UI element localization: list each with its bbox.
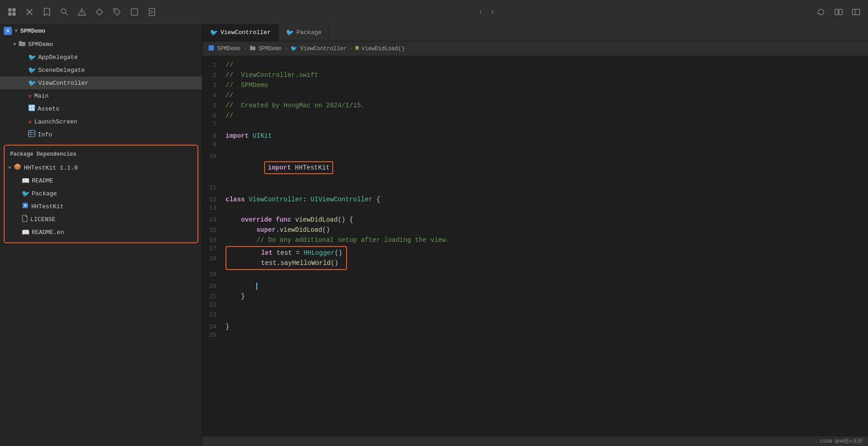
sidebar-item-spmdemo-folder[interactable]: ▼ SPMDemo bbox=[0, 38, 202, 51]
storyboard-icon: ✕ bbox=[28, 118, 32, 126]
assets-icon bbox=[28, 104, 35, 113]
code-line-8: 8 import UIKit bbox=[203, 131, 868, 141]
project-root[interactable]: S ▼ SPMDemo bbox=[0, 24, 202, 38]
svg-point-9 bbox=[81, 13, 82, 14]
sidebar-item-readme[interactable]: 📖 README bbox=[5, 174, 197, 187]
line-content: // Do any additional setup after loading… bbox=[226, 235, 450, 245]
sidebar-item-label: AppDelegate bbox=[38, 54, 78, 61]
sidebar-item-label: SPMDemo bbox=[28, 41, 53, 48]
folder-icon bbox=[18, 40, 26, 48]
tab-package[interactable]: 🐦 Package bbox=[278, 24, 330, 41]
line-number: 18 bbox=[203, 255, 226, 262]
storyboard-icon: ✕ bbox=[28, 92, 32, 100]
sidebar-toggle-icon[interactable] bbox=[850, 6, 862, 18]
code-line-6: 6 // bbox=[203, 111, 868, 121]
line-number: 10 bbox=[203, 153, 226, 160]
line-content: super.viewDidLoad() bbox=[226, 225, 330, 235]
sidebar-item-hhtestkit[interactable]: HHTestKit bbox=[5, 200, 197, 213]
sidebar-item-package[interactable]: 🐦 Package bbox=[5, 187, 197, 200]
plist-icon bbox=[28, 130, 35, 139]
line-content: override func viewDidLoad() { bbox=[226, 215, 353, 225]
close-icon[interactable] bbox=[23, 6, 36, 18]
svg-rect-16 bbox=[835, 9, 838, 15]
code-line-24: 24 } bbox=[203, 322, 868, 332]
line-number: 15 bbox=[203, 227, 226, 234]
sidebar-item-label: ViewController bbox=[38, 80, 88, 87]
line-number: 3 bbox=[203, 82, 226, 89]
tab-bar: 🐦 ViewController 🐦 Package bbox=[203, 24, 868, 41]
folder-chevron: ▼ bbox=[13, 42, 16, 47]
diamond-icon[interactable] bbox=[93, 6, 106, 18]
sidebar-item-license[interactable]: LICENSE bbox=[5, 213, 197, 226]
sidebar-item-viewcontroller[interactable]: 🐦 ViewController bbox=[0, 76, 202, 89]
sidebar-item-label: Main bbox=[34, 93, 48, 100]
pkg-chevron: ▼ bbox=[8, 165, 11, 170]
breadcrumb-sep: › bbox=[349, 46, 353, 52]
layout-icon[interactable] bbox=[832, 6, 845, 18]
line-number: 23 bbox=[203, 311, 226, 318]
code-line-19: 19 bbox=[203, 271, 868, 281]
warning-icon[interactable] bbox=[75, 6, 88, 18]
shape-icon[interactable] bbox=[128, 6, 141, 18]
refresh-icon[interactable] bbox=[815, 6, 827, 18]
bookmark-icon[interactable] bbox=[41, 6, 53, 18]
breadcrumb-method[interactable]: viewDidLoad() bbox=[361, 46, 405, 52]
breadcrumb-spmdemo[interactable]: SPMDemo bbox=[217, 46, 240, 52]
sidebar-item-appdelegate[interactable]: 🐦 AppDelegate bbox=[0, 51, 202, 64]
svg-rect-2 bbox=[8, 12, 12, 16]
code-line-21: 21 } bbox=[203, 291, 868, 301]
svg-rect-22 bbox=[32, 106, 34, 107]
line-number: 25 bbox=[203, 332, 226, 339]
sidebar-item-label: SceneDelegate bbox=[38, 67, 85, 74]
main-content: S ▼ SPMDemo ▼ SPMDemo 🐦 AppDelegate 🐦 bbox=[0, 24, 868, 446]
line-number: 2 bbox=[203, 72, 226, 79]
code-area[interactable]: 1 // 2 // ViewController.swift 3 // SPMD… bbox=[203, 56, 868, 436]
tag-icon[interactable] bbox=[110, 6, 123, 18]
line-content: test.sayHelloWorld() bbox=[230, 258, 338, 268]
code-line-5: 5 // Created by HongMac on 2024/1/15. bbox=[203, 100, 868, 111]
highlighted-code-block: 17 18 let test = HHLogger() test.sayHell… bbox=[203, 245, 868, 271]
sidebar-item-hhtestkit-root[interactable]: ▼ HHTestKit 1.1.0 bbox=[5, 161, 197, 174]
forward-button[interactable]: › bbox=[487, 6, 498, 18]
svg-rect-18 bbox=[852, 9, 860, 15]
document-icon[interactable] bbox=[145, 6, 158, 18]
sidebar-item-label: Info bbox=[38, 131, 52, 138]
breadcrumb-sep: › bbox=[284, 46, 288, 52]
sidebar-item-main[interactable]: ✕ Main bbox=[0, 89, 202, 102]
tab-viewcontroller[interactable]: 🐦 ViewController bbox=[203, 24, 278, 41]
method-breadcrumb-icon: M bbox=[355, 46, 359, 52]
code-line-12: 12 class ViewController: UIViewControlle… bbox=[203, 194, 868, 205]
nav-arrows: ‹ › bbox=[475, 6, 497, 18]
breadcrumb-viewcontroller[interactable]: ViewController bbox=[300, 46, 347, 52]
line-content: import UIKit bbox=[226, 131, 272, 141]
line-number: 1 bbox=[203, 62, 226, 69]
grid-icon[interactable] bbox=[6, 6, 18, 18]
text-cursor bbox=[256, 282, 257, 290]
toolbar: ‹ › bbox=[0, 0, 868, 24]
status-bar: CSDN @HH思∞无邪 bbox=[203, 436, 868, 446]
code-line-3: 3 // SPMDemo bbox=[203, 80, 868, 90]
line-content bbox=[226, 281, 257, 291]
line-content: // bbox=[226, 90, 233, 100]
line-number: 9 bbox=[203, 141, 226, 148]
swift-tab-icon: 🐦 bbox=[286, 29, 294, 36]
svg-point-10 bbox=[115, 10, 116, 11]
sidebar-item-info[interactable]: Info bbox=[0, 128, 202, 141]
breadcrumb-spmdemo2[interactable]: SPMDemo bbox=[259, 46, 282, 52]
code-line-2: 2 // ViewController.swift bbox=[203, 70, 868, 80]
sidebar-item-launchscreen[interactable]: ✕ LaunchScreen bbox=[0, 115, 202, 128]
sidebar-item-assets[interactable]: Assets bbox=[0, 102, 202, 115]
code-line-1: 1 // bbox=[203, 60, 868, 70]
sidebar-item-label: LaunchScreen bbox=[34, 118, 77, 125]
sidebar-item-label: Assets bbox=[38, 106, 59, 112]
search-icon[interactable] bbox=[58, 6, 71, 18]
sidebar-item-label: README bbox=[32, 177, 53, 184]
line-content: // ViewController.swift bbox=[226, 70, 318, 80]
sidebar-item-label: HHTestKit bbox=[31, 203, 64, 210]
back-button[interactable]: ‹ bbox=[475, 6, 486, 18]
sidebar-item-readme-en[interactable]: 📖 README.en bbox=[5, 226, 197, 239]
line-content: // Created by HongMac on 2024/1/15. bbox=[226, 100, 365, 111]
code-line-9: 9 bbox=[203, 141, 868, 151]
sidebar-item-scenedelegate[interactable]: 🐦 SceneDelegate bbox=[0, 64, 202, 76]
app-icon bbox=[208, 45, 214, 53]
